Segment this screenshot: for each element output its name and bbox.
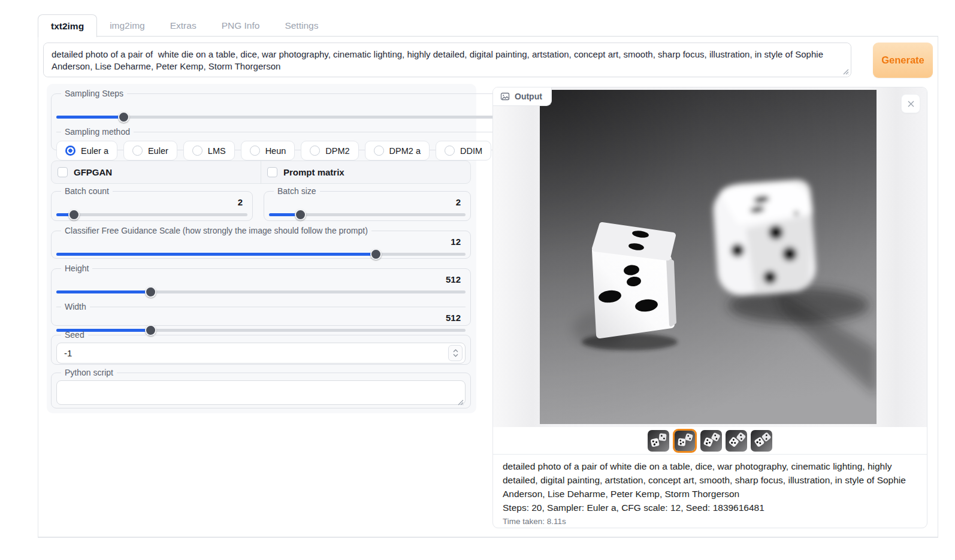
generate-button[interactable]: Generate xyxy=(873,43,933,78)
sampling-method-option-lms[interactable]: LMS xyxy=(183,141,235,161)
radio-icon[interactable] xyxy=(445,146,455,156)
height-label: Height xyxy=(61,264,92,273)
slider-knob[interactable] xyxy=(145,286,156,298)
tab-img2img[interactable]: img2img xyxy=(97,14,158,37)
radio-icon[interactable] xyxy=(65,146,75,156)
sampling-method-option-euler-a[interactable]: Euler a xyxy=(56,141,117,161)
close-output-button[interactable] xyxy=(902,95,920,113)
seed-input[interactable] xyxy=(56,343,466,364)
sampling-steps-label: Sampling Steps xyxy=(61,89,127,98)
gallery-thumbnail-3[interactable] xyxy=(700,430,722,452)
prompt-matrix-option[interactable]: Prompt matrix xyxy=(261,161,470,183)
cfg-scale-group: Classifier Free Guidance Scale (how stro… xyxy=(51,226,471,259)
python-script-group: Python script xyxy=(51,368,471,408)
settings-panel: Sampling Steps 20 Sampling method Euler … xyxy=(47,84,476,413)
sampling-method-option-label: Euler a xyxy=(81,146,108,156)
gallery-thumbnail-4[interactable] xyxy=(726,430,747,452)
caption-prompt: detailed photo of a pair of white die on… xyxy=(503,459,917,501)
batch-size-label: Batch size xyxy=(274,186,320,196)
prompt-matrix-label: Prompt matrix xyxy=(283,167,344,177)
batch-count-group: Batch count 2 xyxy=(51,186,253,221)
gfpgan-checkbox[interactable] xyxy=(58,167,68,177)
chevron-up-icon xyxy=(453,349,458,353)
python-script-label: Python script xyxy=(61,368,117,377)
output-label: Output xyxy=(515,92,542,101)
output-caption: detailed photo of a pair of white die on… xyxy=(493,454,927,528)
batch-size-group: Batch size 2 xyxy=(264,186,471,221)
output-panel: Output xyxy=(492,87,927,528)
tab-extras[interactable]: Extras xyxy=(158,14,209,37)
options-group: GFPGAN Prompt matrix xyxy=(51,161,471,184)
sampling-steps-slider[interactable] xyxy=(56,111,555,123)
close-icon xyxy=(907,100,915,108)
batch-count-label: Batch count xyxy=(61,186,113,196)
gfpgan-option[interactable]: GFPGAN xyxy=(52,161,261,183)
gfpgan-label: GFPGAN xyxy=(74,167,112,177)
tab-png-info[interactable]: PNG Info xyxy=(209,14,273,37)
seed-label: Seed xyxy=(61,330,88,340)
generated-image[interactable] xyxy=(540,90,877,424)
sampling-method-option-euler[interactable]: Euler xyxy=(123,141,177,161)
sampling-method-option-label: DPM2 xyxy=(325,146,349,156)
cfg-scale-value: 12 xyxy=(56,237,466,248)
image-icon xyxy=(500,92,510,101)
sampling-method-option-ddim[interactable]: DDIM xyxy=(436,141,491,161)
sampling-method-option-label: DPM2 a xyxy=(389,146,421,156)
gallery-thumbnail-1[interactable] xyxy=(648,430,669,452)
sampling-method-label: Sampling method xyxy=(61,127,134,137)
sampling-method-option-label: Euler xyxy=(148,146,168,156)
slider-knob[interactable] xyxy=(68,209,80,220)
sampling-steps-value: 20 xyxy=(56,99,555,111)
caption-time-taken: Time taken: 8.11s xyxy=(503,515,917,528)
width-value: 512 xyxy=(56,313,466,324)
prompt-matrix-checkbox[interactable] xyxy=(267,167,277,177)
sampling-method-option-dpm2[interactable]: DPM2 xyxy=(301,141,358,161)
height-slider[interactable] xyxy=(56,286,466,298)
cfg-scale-label: Classifier Free Guidance Scale (how stro… xyxy=(61,226,371,235)
tab-bar: txt2img img2img Extras PNG Info Settings xyxy=(38,14,331,37)
sampling-method-options: Euler aEulerLMSHeunDPM2DPM2 aDDIMPLMS xyxy=(56,138,555,162)
sampling-method-option-dpm2-a[interactable]: DPM2 a xyxy=(365,141,430,161)
sampling-steps-group: Sampling Steps 20 Sampling method Euler … xyxy=(51,89,560,150)
batch-count-value: 2 xyxy=(56,197,247,208)
width-label: Width xyxy=(61,302,90,311)
slider-knob[interactable] xyxy=(118,111,129,123)
sampling-method-option-label: LMS xyxy=(208,146,226,156)
radio-icon[interactable] xyxy=(192,146,203,156)
height-group: Height 512 Width 512 xyxy=(51,264,471,326)
prompt-box: detailed photo of a pair of white die on… xyxy=(43,43,851,77)
tab-settings[interactable]: Settings xyxy=(272,14,331,37)
chevron-down-icon xyxy=(453,353,458,357)
sampling-method-group: Sampling method Euler aEulerLMSHeunDPM2D… xyxy=(56,127,555,162)
batch-size-value: 2 xyxy=(269,197,466,208)
batch-count-slider[interactable] xyxy=(56,208,247,220)
seed-spinner[interactable] xyxy=(448,345,463,361)
batch-size-slider[interactable] xyxy=(269,208,466,220)
gallery-thumbnails xyxy=(493,427,927,454)
python-script-input[interactable] xyxy=(56,380,466,405)
height-value: 512 xyxy=(56,274,466,286)
gallery-thumbnail-2[interactable] xyxy=(673,429,697,453)
tab-txt2img[interactable]: txt2img xyxy=(38,14,97,37)
radio-icon[interactable] xyxy=(374,146,384,156)
output-tab-chip[interactable]: Output xyxy=(493,87,552,106)
slider-knob[interactable] xyxy=(295,209,306,220)
slider-knob[interactable] xyxy=(370,249,382,260)
radio-icon[interactable] xyxy=(250,146,260,156)
sampling-method-option-label: DDIM xyxy=(460,146,482,156)
gallery-thumbnail-5[interactable] xyxy=(751,430,772,452)
seed-group: Seed xyxy=(51,330,471,365)
image-gallery: Output xyxy=(493,87,927,427)
sampling-method-option-label: Heun xyxy=(265,146,286,156)
radio-icon[interactable] xyxy=(310,146,320,156)
caption-parameters: Steps: 20, Sampler: Euler a, CFG scale: … xyxy=(503,501,917,514)
sampling-method-option-heun[interactable]: Heun xyxy=(241,141,295,161)
cfg-scale-slider[interactable] xyxy=(56,248,466,260)
radio-icon[interactable] xyxy=(132,146,143,156)
prompt-input[interactable]: detailed photo of a pair of white die on… xyxy=(44,43,851,77)
